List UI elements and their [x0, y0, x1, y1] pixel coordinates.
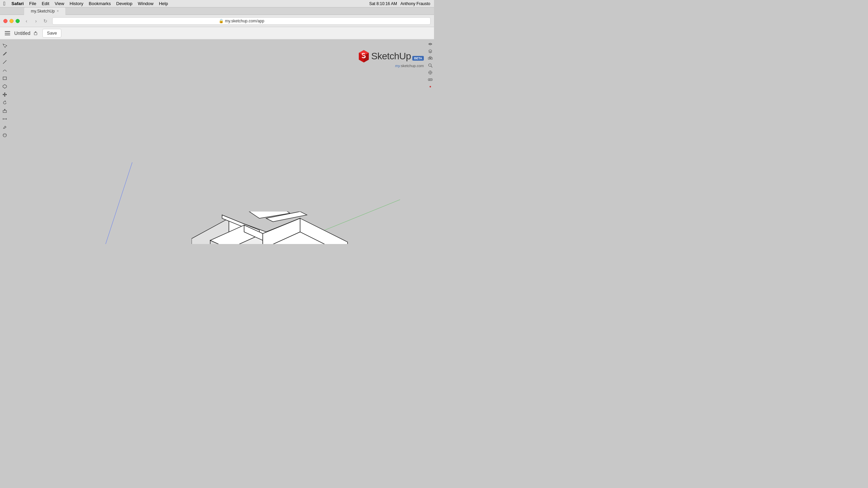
- arc-tool-button[interactable]: [1, 66, 8, 74]
- polygon-tool-button[interactable]: [1, 83, 8, 90]
- right-toolbar: •: [427, 39, 434, 244]
- svg-line-1: [85, 162, 132, 244]
- menu-history[interactable]: History: [67, 0, 86, 7]
- left-toolbar: [0, 39, 9, 244]
- menu-file[interactable]: File: [26, 0, 39, 7]
- apple-menu[interactable]: : [0, 0, 9, 7]
- menu-window[interactable]: Window: [135, 0, 156, 7]
- browser-chrome: ‹ › ↻ 🔒 my.sketchup.com/app: [0, 15, 434, 27]
- traffic-lights: [3, 19, 20, 23]
- mac-menu-bar:  Safari File Edit View History Bookmark…: [0, 0, 434, 7]
- forward-button[interactable]: ›: [32, 18, 40, 24]
- push-pull-tool-button[interactable]: [1, 107, 8, 115]
- menu-user: Anthony Frausto: [399, 1, 431, 6]
- menu-help[interactable]: Help: [156, 0, 171, 7]
- svg-rect-11: [3, 77, 6, 80]
- menu-develop[interactable]: Develop: [114, 0, 135, 7]
- close-window-button[interactable]: [3, 19, 7, 23]
- move-tool-button[interactable]: [1, 91, 8, 98]
- browser-nav: ‹ › ↻: [22, 18, 50, 24]
- line-tool-button[interactable]: [1, 58, 8, 66]
- scenes-button[interactable]: [427, 76, 434, 83]
- logo-beta-badge: BETA: [412, 56, 424, 61]
- address-bar[interactable]: 🔒 my.sketchup.com/app: [52, 17, 431, 25]
- maximize-window-button[interactable]: [16, 19, 20, 23]
- orbit-tool-button[interactable]: [1, 131, 8, 139]
- svg-point-53: [430, 72, 431, 73]
- layers-button[interactable]: [427, 48, 434, 55]
- hamburger-menu-button[interactable]: [3, 28, 12, 38]
- rotate-tool-button[interactable]: [1, 99, 8, 106]
- display-settings-button[interactable]: [427, 41, 434, 47]
- notification-dot[interactable]: •: [427, 83, 434, 90]
- share-button[interactable]: [32, 29, 40, 37]
- main-viewport[interactable]: SketchUp BETA my.sketchup.com: [0, 39, 434, 244]
- app-toolbar: Untitled Save: [0, 27, 434, 39]
- rectangle-tool-button[interactable]: [1, 75, 8, 82]
- pencil-tool-button[interactable]: [1, 50, 8, 58]
- svg-line-10: [3, 60, 6, 64]
- measure-tool-button[interactable]: [1, 115, 8, 123]
- svg-rect-0: [34, 33, 37, 35]
- logo-text: SketchUp: [371, 51, 411, 62]
- menu-view[interactable]: View: [52, 0, 67, 7]
- back-button[interactable]: ‹: [22, 18, 31, 24]
- browser-tab[interactable]: my.SketchUp ×: [24, 7, 66, 15]
- address-text: my.sketchup.com/app: [225, 19, 264, 23]
- eraser-tool-button[interactable]: [1, 123, 8, 131]
- select-tool-button[interactable]: [1, 42, 8, 49]
- styles-button[interactable]: [427, 69, 434, 76]
- file-title: Untitled: [14, 30, 30, 36]
- svg-point-16: [3, 134, 6, 137]
- 3d-model: [192, 211, 361, 244]
- svg-rect-12: [3, 110, 6, 113]
- save-button[interactable]: Save: [42, 29, 61, 38]
- menu-time: Sat 8:10:16 AM: [368, 1, 398, 6]
- components-button[interactable]: [427, 55, 434, 62]
- sketchup-logo: SketchUp BETA my.sketchup.com: [358, 49, 424, 68]
- lock-icon: 🔒: [219, 19, 224, 23]
- tab-close-button[interactable]: ×: [57, 9, 59, 13]
- menu-edit[interactable]: Edit: [39, 0, 52, 7]
- minimize-window-button[interactable]: [9, 19, 14, 23]
- logo-subtitle: my.sketchup.com: [395, 64, 424, 68]
- menu-bookmarks[interactable]: Bookmarks: [86, 0, 114, 7]
- reload-button[interactable]: ↻: [41, 18, 50, 24]
- svg-point-50: [429, 64, 431, 66]
- search-button[interactable]: [427, 62, 434, 69]
- sketchup-logo-icon: [358, 49, 370, 63]
- share-icon: [34, 31, 39, 36]
- browser-tab-bar: my.SketchUp ×: [0, 7, 434, 15]
- tab-label: my.SketchUp: [31, 9, 55, 14]
- svg-line-51: [431, 66, 432, 67]
- app-name[interactable]: Safari: [9, 0, 26, 7]
